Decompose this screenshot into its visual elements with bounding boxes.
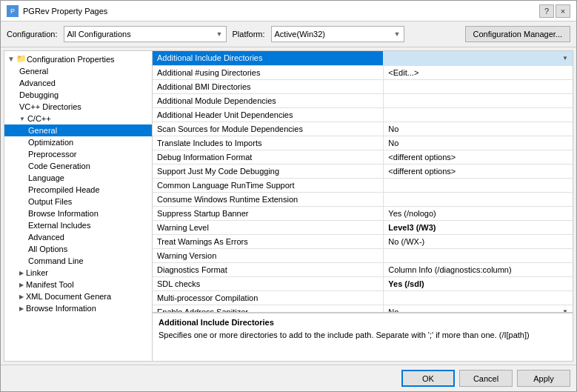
linker-expand-icon: ▶ bbox=[19, 270, 24, 276]
tree-item-cpp[interactable]: ▼ C/C++ bbox=[4, 113, 152, 124]
tree-item-config-props[interactable]: ▼ 📁 Configuration Properties bbox=[4, 53, 152, 65]
tree-item-output-files[interactable]: Output Files bbox=[4, 196, 152, 207]
tree-item-all-options[interactable]: All Options bbox=[4, 243, 152, 255]
prop-name: Translate Includes to Imports bbox=[153, 136, 384, 150]
table-row[interactable]: Additional Header Unit Dependencies bbox=[153, 107, 573, 122]
prop-value: Column Info (/diagnostics:column) bbox=[384, 262, 573, 276]
property-pages-window: P PGRev Property Pages ? × Configuration… bbox=[0, 0, 577, 392]
table-row[interactable]: Scan Sources for Module DependenciesNo bbox=[153, 122, 573, 136]
table-row[interactable]: Additional BMI Directories bbox=[153, 79, 573, 93]
prop-name: Enable Address Sanitizer bbox=[153, 305, 384, 313]
tree-item-vc-dirs[interactable]: VC++ Directories bbox=[4, 101, 152, 113]
prop-name: Warning Level bbox=[153, 220, 384, 234]
prop-value bbox=[384, 93, 573, 107]
table-row[interactable]: Consume Windows Runtime Extension bbox=[153, 192, 573, 206]
table-row[interactable]: Treat Warnings As ErrorsNo (/WX-) bbox=[153, 234, 573, 248]
configuration-select[interactable]: All Configurations ▼ bbox=[64, 26, 227, 42]
prop-value bbox=[384, 192, 573, 206]
tree-panel: ▼ 📁 Configuration Properties General Adv… bbox=[4, 51, 153, 361]
prop-name: Diagnostics Format bbox=[153, 262, 384, 276]
prop-value: <different options> bbox=[384, 150, 573, 164]
tree-item-cpp-general[interactable]: General bbox=[4, 124, 152, 136]
tree-item-language[interactable]: Language bbox=[4, 172, 152, 184]
help-button[interactable]: ? bbox=[539, 4, 554, 18]
prop-value: <Edit...> bbox=[384, 65, 573, 79]
prop-name: Consume Windows Runtime Extension bbox=[153, 192, 384, 206]
table-row[interactable]: Additional #using Directories<Edit...> bbox=[153, 65, 573, 79]
table-row[interactable]: Additional Include Directories▼ bbox=[153, 51, 573, 65]
table-row[interactable]: Enable Address SanitizerNo▼ bbox=[153, 305, 573, 313]
prop-value bbox=[384, 290, 573, 305]
tree-item-debugging[interactable]: Debugging bbox=[4, 89, 152, 101]
tree-item-preprocessor[interactable]: Preprocessor bbox=[4, 148, 152, 160]
prop-value: Yes (/nologo) bbox=[384, 206, 573, 220]
prop-value: No bbox=[384, 136, 573, 150]
platform-select[interactable]: Active(Win32) ▼ bbox=[271, 26, 404, 42]
title-bar: P PGRev Property Pages ? × bbox=[1, 1, 576, 21]
prop-name: Additional BMI Directories bbox=[153, 79, 384, 93]
prop-name: Additional Header Unit Dependencies bbox=[153, 107, 384, 122]
prop-value: <different options> bbox=[384, 164, 573, 178]
tree-item-browse-info[interactable]: Browse Information bbox=[4, 207, 152, 219]
value-dropdown-arrow[interactable]: ▼ bbox=[562, 55, 568, 62]
ok-button[interactable]: OK bbox=[401, 370, 455, 387]
prop-name: SDL checks bbox=[153, 276, 384, 290]
desc-title: Additional Include Directories bbox=[159, 318, 567, 327]
tree-item-advanced2[interactable]: Advanced bbox=[4, 231, 152, 243]
prop-name: Additional #using Directories bbox=[153, 65, 384, 79]
table-row[interactable]: Additional Module Dependencies bbox=[153, 93, 573, 107]
config-manager-button[interactable]: Configuration Manager... bbox=[465, 26, 570, 42]
table-row[interactable]: SDL checksYes (/sdl) bbox=[153, 276, 573, 290]
table-row[interactable]: Support Just My Code Debugging<different… bbox=[153, 164, 573, 178]
tree-item-linker[interactable]: ▶ Linker bbox=[4, 267, 152, 279]
tree-item-optimization[interactable]: Optimization bbox=[4, 136, 152, 148]
window-icon: P bbox=[7, 5, 19, 17]
table-row[interactable]: Warning Version bbox=[153, 248, 573, 262]
prop-name: Additional Include Directories bbox=[153, 51, 384, 65]
prop-name: Warning Version bbox=[153, 248, 384, 262]
tree-item-command-line[interactable]: Command Line bbox=[4, 255, 152, 267]
title-bar-left: P PGRev Property Pages bbox=[7, 5, 107, 17]
xml-expand-icon: ▶ bbox=[19, 293, 24, 300]
table-row[interactable]: Translate Includes to ImportsNo bbox=[153, 136, 573, 150]
table-row[interactable]: Debug Information Format<different optio… bbox=[153, 150, 573, 164]
config-dropdown-arrow: ▼ bbox=[216, 30, 223, 38]
browse-expand-icon: ▶ bbox=[19, 305, 24, 312]
props-table: Additional Include Directories▼Additiona… bbox=[153, 51, 573, 313]
prop-name: Debug Information Format bbox=[153, 150, 384, 164]
tree-item-xml-doc[interactable]: ▶ XML Document Genera bbox=[4, 290, 152, 302]
tree-item-manifest-tool[interactable]: ▶ Manifest Tool bbox=[4, 279, 152, 290]
table-row[interactable]: Diagnostics FormatColumn Info (/diagnost… bbox=[153, 262, 573, 276]
prop-value: No bbox=[384, 122, 573, 136]
prop-name: Multi-processor Compilation bbox=[153, 290, 384, 305]
tree-item-browse-info2[interactable]: ▶ Browse Information bbox=[4, 302, 152, 314]
tree-item-code-gen[interactable]: Code Generation bbox=[4, 160, 152, 172]
prop-value bbox=[384, 178, 573, 192]
tree-item-general[interactable]: General bbox=[4, 65, 152, 77]
title-controls: ? × bbox=[539, 4, 570, 18]
cancel-button[interactable]: Cancel bbox=[459, 370, 513, 387]
window-title: PGRev Property Pages bbox=[23, 7, 107, 16]
prop-name: Treat Warnings As Errors bbox=[153, 234, 384, 248]
table-row[interactable]: Common Language RunTime Support bbox=[153, 178, 573, 192]
props-table-area[interactable]: Additional Include Directories▼Additiona… bbox=[153, 51, 573, 313]
button-bar: OK Cancel Apply bbox=[1, 365, 576, 391]
tree-item-advanced[interactable]: Advanced bbox=[4, 77, 152, 89]
close-button[interactable]: × bbox=[556, 4, 570, 18]
prop-name: Suppress Startup Banner bbox=[153, 206, 384, 220]
prop-name: Scan Sources for Module Dependencies bbox=[153, 122, 384, 136]
prop-value: No (/WX-) bbox=[384, 234, 573, 248]
platform-label: Platform: bbox=[233, 30, 265, 39]
tree-item-external-incl[interactable]: External Includes bbox=[4, 219, 152, 231]
props-panel: Additional Include Directories▼Additiona… bbox=[153, 51, 573, 361]
table-row[interactable]: Multi-processor Compilation bbox=[153, 290, 573, 305]
prop-value: No▼ bbox=[384, 305, 573, 313]
apply-button[interactable]: Apply bbox=[517, 370, 570, 387]
config-label: Configuration: bbox=[7, 30, 58, 39]
table-row[interactable]: Suppress Startup BannerYes (/nologo) bbox=[153, 206, 573, 220]
table-row[interactable]: Warning LevelLevel3 (/W3) bbox=[153, 220, 573, 234]
tree-item-precompiled[interactable]: Precompiled Heade bbox=[4, 184, 152, 196]
main-content: ▼ 📁 Configuration Properties General Adv… bbox=[4, 50, 573, 362]
prop-name: Common Language RunTime Support bbox=[153, 178, 384, 192]
prop-name: Additional Module Dependencies bbox=[153, 93, 384, 107]
